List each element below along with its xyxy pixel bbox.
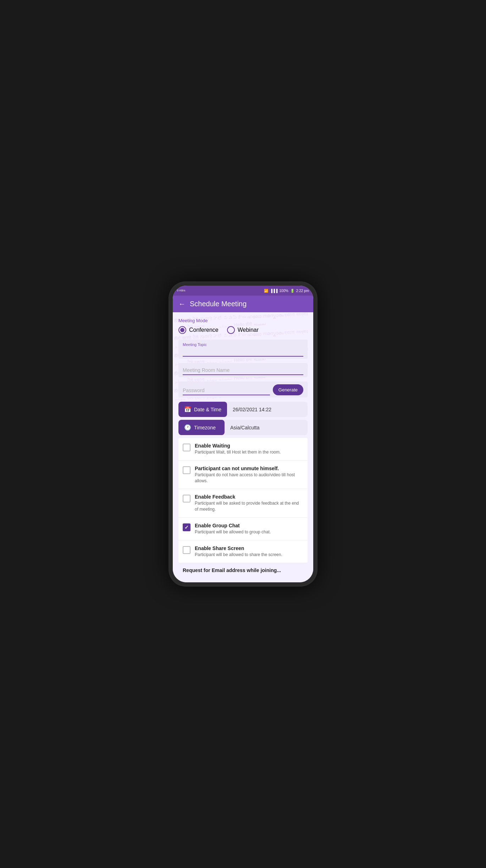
phone-screen: 0 KB/s 📶 ▐▐▐ 100% 🔋 2:22 pm ← Schedule M…	[173, 286, 313, 582]
radio-webinar-outer	[227, 326, 235, 334]
checkbox-unmute-title: Participant can not unmute himself.	[195, 466, 303, 471]
checkbox-unmute-text: Participant can not unmute himself. Part…	[195, 466, 303, 484]
checkbox-unmute-desc: Participant do not have access to audio/…	[195, 472, 303, 484]
signal-icon: ▐▐▐	[270, 289, 277, 293]
meeting-room-container	[178, 363, 308, 377]
data-speed-indicator: 0 KB/s	[177, 289, 186, 292]
partial-row: Request for Email address while joining.…	[178, 563, 308, 575]
checkbox-unmute: Participant can not unmute himself. Part…	[178, 461, 308, 489]
checkbox-waiting: Enable Waiting Participant Wait, till Ho…	[178, 438, 308, 461]
password-input[interactable]	[183, 386, 270, 395]
checkbox-share-screen-title: Enable Share Screen	[195, 545, 303, 551]
partial-title: Request for Email address while joining.…	[183, 567, 303, 573]
checkbox-waiting-desc: Participant Wait, till Host let them in …	[195, 449, 303, 455]
clock-icon: 🕐	[184, 424, 191, 431]
checkmark-icon: ✓	[184, 524, 189, 530]
battery-icon: 🔋	[290, 289, 294, 293]
radio-conference[interactable]: Conference	[178, 326, 219, 334]
page-title: Schedule Meeting	[190, 300, 247, 308]
checkbox-feedback-box[interactable]	[183, 495, 190, 502]
date-time-pill: 📅 Date & Time	[178, 402, 227, 417]
radio-webinar[interactable]: Webinar	[227, 326, 259, 334]
checkbox-group-chat-box[interactable]: ✓	[183, 523, 190, 531]
status-bar: 0 KB/s 📶 ▐▐▐ 100% 🔋 2:22 pm	[173, 286, 313, 296]
password-container: Generate	[178, 381, 308, 397]
timezone-row[interactable]: 🕐 Timezone Asia/Calcutta	[178, 420, 308, 435]
app-header: ← Schedule Meeting	[173, 296, 313, 312]
generate-button[interactable]: Generate	[273, 384, 303, 395]
checkbox-waiting-title: Enable Waiting	[195, 443, 303, 449]
checkbox-feedback-title: Enable Feedback	[195, 494, 303, 500]
meeting-mode-label: Meeting Mode	[178, 318, 308, 323]
battery-percent: 100%	[279, 289, 288, 293]
checkbox-group-chat-title: Enable Group Chat	[195, 523, 303, 528]
meeting-topic-label: Meeting Topic	[183, 342, 303, 347]
date-time-row[interactable]: 📅 Date & Time 26/02/2021 14:22	[178, 402, 308, 417]
timezone-pill: 🕐 Timezone	[178, 420, 225, 435]
radio-webinar-label: Webinar	[238, 327, 259, 333]
checkbox-group-chat: ✓ Enable Group Chat Participant will be …	[178, 518, 308, 540]
checkbox-feedback-desc: Participant will be asked to provide fee…	[195, 500, 303, 512]
meeting-topic-input[interactable]	[183, 347, 303, 357]
checkbox-unmute-box[interactable]	[183, 466, 190, 474]
radio-group: Conference Webinar	[178, 326, 308, 334]
main-content: हॅलो नमस्ते ਹੈਲੋ ਨਮਸਤੇ హలో నమస్కారం ഹലോ …	[173, 312, 313, 582]
date-time-label: Date & Time	[194, 407, 221, 412]
checkbox-waiting-text: Enable Waiting Participant Wait, till Ho…	[195, 443, 303, 455]
radio-conference-label: Conference	[189, 327, 219, 333]
checkbox-share-screen: Enable Share Screen Participant will be …	[178, 540, 308, 563]
meeting-room-input[interactable]	[183, 366, 303, 375]
clock: 2:22 pm	[296, 289, 309, 293]
checkbox-share-screen-desc: Participant will be allowed to share the…	[195, 552, 303, 558]
checkbox-group-chat-text: Enable Group Chat Participant will be al…	[195, 523, 303, 535]
back-button[interactable]: ←	[178, 300, 186, 308]
timezone-label: Timezone	[194, 425, 216, 430]
checkbox-feedback: Enable Feedback Participant will be aske…	[178, 489, 308, 518]
timezone-value: Asia/Calcutta	[225, 421, 265, 435]
password-input-wrap	[183, 386, 270, 395]
radio-conference-outer	[178, 326, 186, 334]
radio-conference-inner	[180, 328, 184, 332]
wifi-icon: 📶	[264, 289, 268, 293]
meeting-mode-section: Meeting Mode Conference Webinar	[178, 318, 308, 334]
checkbox-share-screen-text: Enable Share Screen Participant will be …	[195, 545, 303, 558]
date-time-value: 26/02/2021 14:22	[227, 402, 277, 417]
meeting-topic-container: Meeting Topic	[178, 340, 308, 359]
checkbox-section: Enable Waiting Participant Wait, till Ho…	[178, 438, 308, 563]
checkbox-group-chat-desc: Participant will be allowed to group cha…	[195, 529, 303, 535]
checkbox-share-screen-box[interactable]	[183, 546, 190, 554]
phone-frame: 0 KB/s 📶 ▐▐▐ 100% 🔋 2:22 pm ← Schedule M…	[169, 281, 317, 587]
checkbox-waiting-box[interactable]	[183, 444, 190, 451]
status-right-icons: 📶 ▐▐▐ 100% 🔋 2:22 pm	[264, 289, 309, 293]
checkbox-feedback-text: Enable Feedback Participant will be aske…	[195, 494, 303, 512]
calendar-icon: 📅	[184, 406, 191, 413]
